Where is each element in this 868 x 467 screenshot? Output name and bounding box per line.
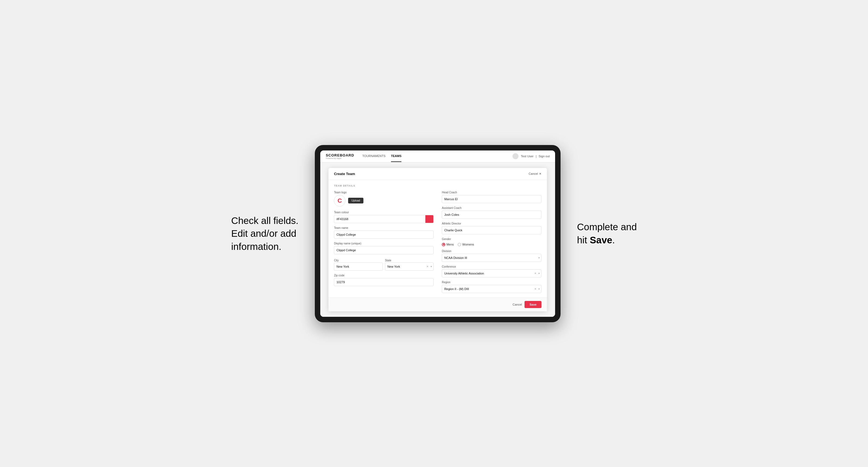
team-colour-input[interactable] <box>334 215 425 223</box>
gender-label: Gender <box>442 238 541 241</box>
region-select-wrapper: Region II - (M) DIII ✕ ▾ <box>442 285 541 293</box>
modal-header: Create Team Cancel ✕ <box>329 168 547 180</box>
conference-select[interactable]: University Athletic Association <box>442 269 541 277</box>
state-group: State New York ✕ ▾ <box>385 257 434 271</box>
app-logo: SCOREBOARD Powered by clippit <box>326 153 354 159</box>
conference-clear-icon[interactable]: ✕ <box>534 272 536 275</box>
form-left-col: Team logo C Upload Team colour <box>334 191 434 293</box>
nav-links: TOURNAMENTS TEAMS <box>362 151 513 162</box>
team-logo-label: Team logo <box>334 191 434 194</box>
colour-swatch[interactable] <box>425 215 434 223</box>
logo-text: SCOREBOARD <box>326 153 354 157</box>
city-state-row: City State New York <box>334 257 434 271</box>
conference-select-wrapper: University Athletic Association ✕ ▾ <box>442 269 541 277</box>
athletic-director-label: Athletic Director <box>442 222 541 225</box>
conference-group: Conference University Athletic Associati… <box>442 265 541 277</box>
logo-subtext: Powered by clippit <box>326 157 354 159</box>
region-label: Region <box>442 281 541 284</box>
logo-preview: C <box>334 195 345 207</box>
nav-bar: SCOREBOARD Powered by clippit TOURNAMENT… <box>320 151 555 162</box>
nav-tournaments[interactable]: TOURNAMENTS <box>362 151 385 162</box>
display-name-group: Display name (unique) <box>334 242 434 254</box>
tablet-frame: SCOREBOARD Powered by clippit TOURNAMENT… <box>315 145 561 322</box>
footer-cancel-button[interactable]: Cancel <box>513 303 522 306</box>
nav-separator: | <box>536 155 536 158</box>
division-select[interactable]: NCAA Division III <box>442 254 541 262</box>
mens-radio[interactable] <box>442 243 445 246</box>
modal-footer: Cancel Save <box>329 298 547 311</box>
zip-label: Zip code <box>334 274 434 277</box>
conference-label: Conference <box>442 265 541 268</box>
city-label: City <box>334 259 339 262</box>
user-name: Test User <box>521 155 533 158</box>
team-name-group: Team name <box>334 226 434 239</box>
modal-title: Create Team <box>334 172 355 176</box>
head-coach-label: Head Coach <box>442 191 541 194</box>
assistant-coach-label: Assistant Coach <box>442 207 541 210</box>
form-right-col: Head Coach Assistant Coach <box>442 191 541 293</box>
region-select[interactable]: Region II - (M) DIII <box>442 285 541 293</box>
athletic-director-input[interactable] <box>442 226 541 234</box>
modal-body: TEAM DETAILS Team logo C Upload <box>329 180 547 298</box>
gender-mens-option[interactable]: Mens <box>442 243 454 246</box>
gender-group: Gender Mens <box>442 238 541 246</box>
state-label: State <box>385 259 391 262</box>
form-grid: Team logo C Upload Team colour <box>334 191 541 293</box>
mens-label: Mens <box>446 243 454 246</box>
division-label: Division <box>442 250 541 253</box>
close-icon: ✕ <box>539 172 541 176</box>
colour-input-wrapper <box>334 215 434 223</box>
gender-row: Mens Womens <box>442 243 541 246</box>
main-content: Create Team Cancel ✕ TEAM DETAILS <box>320 162 555 317</box>
user-avatar <box>513 153 519 159</box>
footer-save-button[interactable]: Save <box>525 301 541 308</box>
team-name-input[interactable] <box>334 230 434 239</box>
athletic-director-group: Athletic Director <box>442 222 541 234</box>
gender-womens-option[interactable]: Womens <box>458 243 474 246</box>
right-annotation: Complete and hit Save. <box>577 220 637 246</box>
assistant-coach-input[interactable] <box>442 211 541 219</box>
left-annotation: Check all fields. Edit and/or add inform… <box>231 214 299 253</box>
city-input[interactable] <box>334 262 383 271</box>
nav-right: Test User | Sign out <box>513 153 550 159</box>
mens-radio-dot <box>443 244 444 245</box>
head-coach-group: Head Coach <box>442 191 541 203</box>
tablet-screen: SCOREBOARD Powered by clippit TOURNAMENT… <box>320 151 555 317</box>
nav-teams[interactable]: TEAMS <box>391 151 402 162</box>
display-name-label: Display name (unique) <box>334 242 434 245</box>
city-group: City <box>334 257 383 271</box>
section-title: TEAM DETAILS <box>334 184 541 187</box>
region-group: Region Region II - (M) DIII ✕ ▾ <box>442 281 541 293</box>
head-coach-input[interactable] <box>442 195 541 203</box>
modal-cancel-button[interactable]: Cancel ✕ <box>529 172 541 176</box>
zip-input[interactable] <box>334 278 434 286</box>
team-name-label: Team name <box>334 226 434 229</box>
assistant-coach-group: Assistant Coach <box>442 207 541 219</box>
sign-out-link[interactable]: Sign out <box>539 155 550 158</box>
create-team-modal: Create Team Cancel ✕ TEAM DETAILS <box>329 168 547 311</box>
womens-radio[interactable] <box>458 243 461 246</box>
city-state-group: City State New York <box>334 257 434 271</box>
division-select-wrapper: NCAA Division III ▾ <box>442 254 541 262</box>
womens-label: Womens <box>462 243 474 246</box>
team-colour-label: Team colour <box>334 211 434 214</box>
team-logo-group: Team logo C Upload <box>334 191 434 208</box>
logo-upload-area: C Upload <box>334 195 434 207</box>
state-select-wrapper: New York ✕ ▾ <box>385 262 434 271</box>
display-name-input[interactable] <box>334 246 434 254</box>
division-group: Division NCAA Division III ▾ <box>442 250 541 262</box>
state-clear-icon[interactable]: ✕ <box>427 265 429 268</box>
region-clear-icon[interactable]: ✕ <box>534 287 536 290</box>
zip-group: Zip code <box>334 274 434 286</box>
team-colour-group: Team colour <box>334 211 434 223</box>
upload-button[interactable]: Upload <box>348 198 364 204</box>
